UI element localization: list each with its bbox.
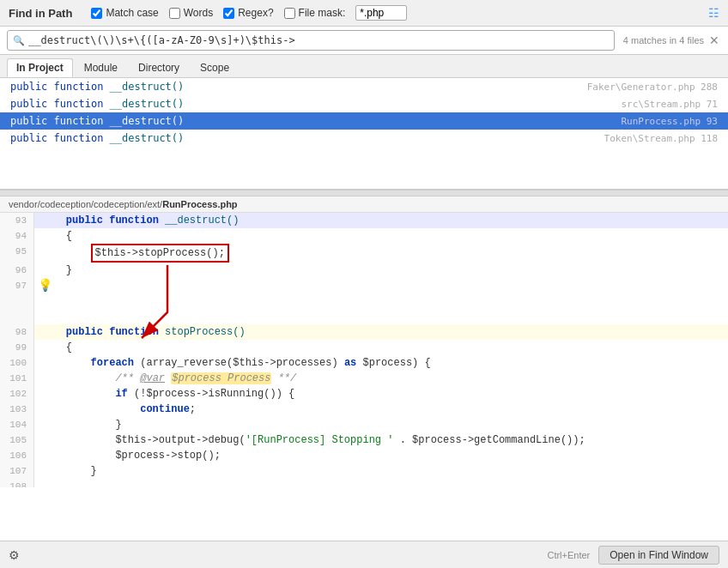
- code-line: 104 }: [0, 417, 728, 432]
- code-line: 100 foreach (array_reverse($this->proces…: [0, 355, 728, 371]
- line-content: [34, 479, 728, 487]
- line-number: 103: [0, 402, 34, 417]
- result-row[interactable]: public function __destruct() RunProcess.…: [0, 112, 728, 130]
- line-content: public function __destruct(): [34, 213, 728, 228]
- regex-option[interactable]: Regex?: [223, 7, 273, 19]
- code-line: 97 💡: [0, 278, 728, 324]
- match-count: 4 matches in 4 files: [623, 35, 704, 45]
- results-list: public function __destruct() Faker\Gener…: [0, 78, 728, 190]
- words-checkbox[interactable]: [169, 8, 180, 19]
- code-line: 94 {: [0, 228, 728, 244]
- line-number: 95: [0, 244, 34, 263]
- result-file-info: Faker\Generator.php 288: [587, 82, 718, 93]
- code-line: 93 public function __destruct(): [0, 213, 728, 228]
- line-content: $this->stopProcess();: [34, 244, 728, 263]
- code-line: 101 /** @var $process Process **/: [0, 371, 728, 386]
- code-area-wrapper: 93 public function __destruct() 94 { 95 …: [0, 213, 728, 487]
- words-option[interactable]: Words: [169, 7, 213, 19]
- line-number: 97: [0, 278, 34, 324]
- line-number: 105: [0, 432, 34, 448]
- match-case-label: Match case: [106, 7, 158, 19]
- line-content: {: [34, 340, 728, 355]
- line-content: }: [34, 463, 728, 479]
- line-content: }: [34, 263, 728, 278]
- regex-label: Regex?: [238, 7, 273, 19]
- panel-divider: [0, 190, 728, 196]
- line-number: 108: [0, 479, 34, 487]
- tab-directory[interactable]: Directory: [129, 58, 189, 77]
- code-line: 98 public function stopProcess(): [0, 324, 728, 340]
- file-mask-option[interactable]: File mask:: [284, 7, 346, 19]
- search-input[interactable]: [28, 34, 609, 46]
- line-content: $this->output->debug('[RunProcess] Stopp…: [34, 432, 728, 448]
- code-area[interactable]: 93 public function __destruct() 94 { 95 …: [0, 213, 728, 487]
- search-icon: 🔍: [13, 35, 25, 46]
- bottom-right: Ctrl+Enter Open in Find Window: [547, 546, 719, 565]
- line-number: 101: [0, 371, 34, 386]
- code-line: 107 }: [0, 463, 728, 479]
- result-row[interactable]: public function __destruct() Token\Strea…: [0, 130, 728, 147]
- tab-module[interactable]: Module: [75, 58, 127, 77]
- words-label: Words: [184, 7, 213, 19]
- line-number: 107: [0, 463, 34, 479]
- code-line: 96 }: [0, 263, 728, 278]
- line-number: 99: [0, 340, 34, 355]
- tab-in-project[interactable]: In Project: [7, 58, 73, 77]
- line-content: if (!$process->isRunning()) {: [34, 386, 728, 402]
- line-content: public function stopProcess(): [34, 324, 728, 340]
- line-content: $process->stop();: [34, 448, 728, 463]
- result-code: public function __destruct(): [10, 81, 184, 93]
- code-line: 99 {: [0, 340, 728, 355]
- file-mask-checkbox[interactable]: [284, 8, 295, 19]
- file-mask-input[interactable]: [355, 5, 407, 21]
- scope-tabs: In Project Module Directory Scope: [0, 55, 728, 78]
- clear-search-button[interactable]: ✕: [707, 33, 721, 47]
- line-content: }: [34, 417, 728, 432]
- line-number: 102: [0, 386, 34, 402]
- result-code: public function __destruct(): [10, 98, 184, 110]
- line-content: {: [34, 228, 728, 244]
- result-code: public function __destruct(): [10, 115, 184, 127]
- find-in-path-header: Find in Path Match case Words Regex? Fil…: [0, 0, 728, 27]
- result-row[interactable]: public function __destruct() Faker\Gener…: [0, 78, 728, 95]
- line-content: foreach (array_reverse($this->processes)…: [34, 355, 728, 371]
- code-line: 106 $process->stop();: [0, 448, 728, 463]
- file-path-text: vendor/codeception/codeception/ext/RunPr…: [9, 199, 238, 209]
- dialog-title: Find in Path: [9, 7, 72, 20]
- match-case-option[interactable]: Match case: [91, 7, 158, 19]
- line-content: 💡: [34, 278, 728, 324]
- line-number: 100: [0, 355, 34, 371]
- code-line: 95 $this->stopProcess();: [0, 244, 728, 263]
- code-line: 105 $this->output->debug('[RunProcess] S…: [0, 432, 728, 448]
- result-file-info: RunProcess.php 93: [621, 116, 718, 127]
- file-path-bar: vendor/codeception/codeception/ext/RunPr…: [0, 196, 728, 213]
- code-line: 103 continue;: [0, 402, 728, 417]
- bottom-bar: ⚙ Ctrl+Enter Open in Find Window: [0, 541, 728, 568]
- line-number: 96: [0, 263, 34, 278]
- result-file-info: src\Stream.php 71: [621, 99, 718, 110]
- gear-icon[interactable]: ⚙: [9, 548, 20, 562]
- lightbulb-icon: 💡: [38, 278, 52, 293]
- line-number: 93: [0, 213, 34, 228]
- result-file-info: Token\Stream.php 118: [604, 133, 718, 144]
- search-bar: 🔍 4 matches in 4 files ✕: [0, 27, 728, 55]
- result-row[interactable]: public function __destruct() src\Stream.…: [0, 95, 728, 112]
- tab-scope[interactable]: Scope: [191, 58, 239, 77]
- keyboard-shortcut: Ctrl+Enter: [547, 550, 590, 560]
- line-number: 106: [0, 448, 34, 463]
- result-code: public function __destruct(): [10, 132, 184, 144]
- line-content: /** @var $process Process **/: [34, 371, 728, 386]
- line-number: 98: [0, 324, 34, 340]
- code-line: 108: [0, 479, 728, 487]
- match-case-checkbox[interactable]: [91, 8, 102, 19]
- search-input-wrap: 🔍: [7, 30, 615, 51]
- line-number: 94: [0, 228, 34, 244]
- regex-checkbox[interactable]: [223, 8, 234, 19]
- line-content: continue;: [34, 402, 728, 417]
- line-number: 104: [0, 417, 34, 432]
- file-mask-label: File mask:: [299, 7, 346, 19]
- code-line: 102 if (!$process->isRunning()) {: [0, 386, 728, 402]
- filter-icon[interactable]: ☷: [708, 6, 719, 20]
- open-in-find-window-button[interactable]: Open in Find Window: [598, 546, 719, 565]
